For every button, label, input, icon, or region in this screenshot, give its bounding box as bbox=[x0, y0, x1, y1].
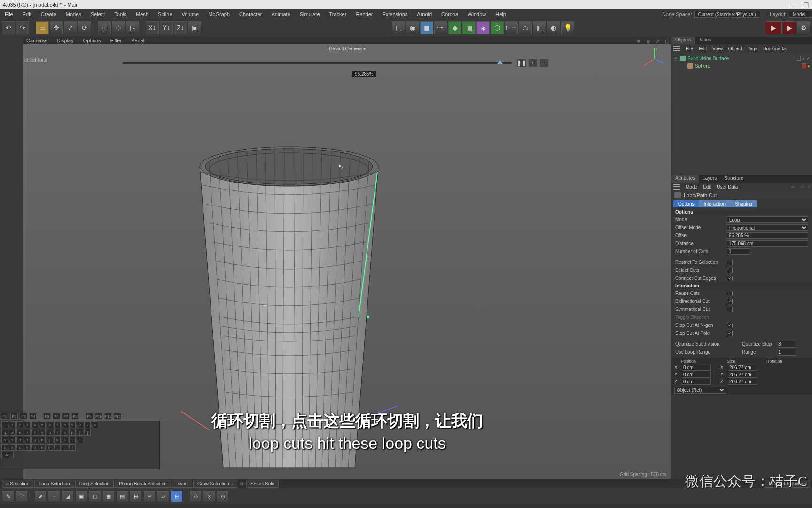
menu-select[interactable]: Select bbox=[86, 9, 110, 19]
minimize-button[interactable]: ─ bbox=[790, 1, 795, 8]
size-x[interactable] bbox=[728, 365, 757, 371]
cuts-input[interactable] bbox=[727, 248, 750, 255]
tab-layers[interactable]: Layers bbox=[699, 175, 720, 183]
x-lock[interactable]: X↕ bbox=[146, 21, 159, 34]
vp-zoom-icon[interactable]: ⊕ bbox=[645, 38, 651, 44]
move-tool[interactable]: ✥ bbox=[50, 21, 63, 34]
menu-volume[interactable]: Volume bbox=[177, 9, 204, 19]
vp-panel[interactable]: Panel bbox=[129, 38, 146, 43]
obj-menu-edit[interactable]: Edit bbox=[699, 46, 707, 51]
sel-btn-1[interactable]: Loop Selection bbox=[34, 480, 74, 488]
offset-input[interactable] bbox=[727, 232, 808, 239]
collapse-icon[interactable]: ⊙ bbox=[217, 490, 229, 502]
object-tree[interactable]: ⊟ Subdivision Surface ✓✓ Sphere ● bbox=[671, 53, 812, 175]
generator-icon[interactable]: ◆ bbox=[448, 21, 461, 34]
selectcuts-checkbox[interactable] bbox=[727, 268, 733, 273]
extrude-icon[interactable]: ⬈ bbox=[34, 490, 47, 502]
light-icon[interactable]: 💡 bbox=[561, 21, 574, 34]
field-icon[interactable]: ⬡ bbox=[491, 21, 504, 34]
coord-system[interactable]: ▣ bbox=[188, 21, 201, 34]
env-icon[interactable]: ◐ bbox=[547, 21, 560, 34]
menu-spline[interactable]: Spline bbox=[153, 9, 177, 19]
sel-btn-0[interactable]: e Selection bbox=[2, 480, 33, 488]
menu-edit[interactable]: Edit bbox=[18, 9, 36, 19]
sel-btn-4[interactable]: Invert bbox=[172, 480, 192, 488]
vp-display[interactable]: Display bbox=[55, 38, 76, 43]
restrict-checkbox[interactable] bbox=[727, 260, 733, 265]
close-poly-icon[interactable]: ▣ bbox=[75, 490, 87, 502]
attr-menu-mode[interactable]: Mode bbox=[686, 184, 697, 190]
menu-mograph[interactable]: MoGraph bbox=[203, 9, 234, 19]
iron-icon[interactable]: ▱ bbox=[157, 490, 169, 502]
vp-cameras[interactable]: Cameras bbox=[24, 38, 49, 43]
reuse-checkbox[interactable] bbox=[727, 291, 733, 296]
sel-btn-3[interactable]: Phong Break Selection bbox=[115, 480, 171, 488]
mode-select[interactable]: Loop bbox=[727, 216, 808, 223]
attr-hamburger-icon[interactable] bbox=[673, 184, 680, 190]
vp-maximize-icon[interactable]: ▢ bbox=[664, 38, 670, 44]
slider-plus[interactable]: + bbox=[528, 59, 538, 67]
render-settings[interactable]: ⚙ bbox=[797, 21, 810, 34]
obj-menu-file[interactable]: File bbox=[686, 46, 693, 51]
menu-modes[interactable]: Modes bbox=[61, 9, 86, 19]
range-input[interactable] bbox=[778, 349, 796, 356]
dissolve-icon[interactable]: ⊘ bbox=[203, 490, 215, 502]
attr-back-icon[interactable]: ← bbox=[790, 183, 796, 190]
tag-icon[interactable]: ⬭ bbox=[519, 21, 532, 34]
attr-fwd-icon[interactable]: → bbox=[799, 183, 804, 190]
coord-mode-select[interactable]: Object (Rel) bbox=[674, 387, 726, 394]
obj-menu-tags[interactable]: Tags bbox=[748, 46, 757, 51]
menu-file[interactable]: File bbox=[0, 9, 18, 19]
slider-minus[interactable]: − bbox=[539, 59, 549, 67]
sel-btn-5[interactable]: Grow Selection... bbox=[193, 480, 237, 488]
nodespace-dropdown[interactable]: Current (Standard/Physical) bbox=[694, 11, 760, 18]
maximize-button[interactable]: ☐ bbox=[803, 1, 809, 8]
menu-mesh[interactable]: Mesh bbox=[131, 9, 153, 19]
attr-menu-userdata[interactable]: User Data bbox=[717, 184, 738, 190]
layout-dropdown[interactable]: Model bbox=[789, 11, 812, 18]
axis-gizmo[interactable]: Y X Z bbox=[643, 47, 666, 71]
size-y[interactable] bbox=[728, 372, 757, 378]
vp-options[interactable]: Options bbox=[81, 38, 103, 43]
floor-icon[interactable]: ▦ bbox=[533, 21, 546, 34]
poly-pen-icon[interactable]: ▢ bbox=[89, 490, 101, 502]
opttab-shaping[interactable]: Shaping bbox=[730, 200, 757, 207]
menu-arnold[interactable]: Arnold bbox=[412, 9, 437, 19]
rotate-tool[interactable]: ⟳ bbox=[78, 21, 91, 34]
cloner-icon[interactable]: ▦ bbox=[462, 21, 476, 34]
bridge-icon[interactable]: ⌢ bbox=[48, 490, 60, 502]
redo-button[interactable]: ↷ bbox=[16, 21, 29, 34]
distance-input[interactable] bbox=[727, 240, 808, 247]
connect-checkbox[interactable] bbox=[727, 276, 733, 281]
align-icon[interactable]: ⇔ bbox=[189, 490, 202, 502]
menu-tools[interactable]: Tools bbox=[109, 9, 131, 19]
bevel-icon[interactable]: ◢ bbox=[62, 490, 74, 502]
sym-checkbox[interactable] bbox=[727, 307, 733, 312]
vp-filter[interactable]: Filter bbox=[109, 38, 124, 43]
y-lock[interactable]: Y↕ bbox=[160, 21, 173, 34]
weld-icon[interactable]: ⊞ bbox=[130, 490, 142, 502]
pos-y[interactable] bbox=[682, 372, 711, 378]
quantstep-input[interactable] bbox=[778, 341, 796, 348]
obj-menu-bookmarks[interactable]: Bookmarks bbox=[763, 46, 787, 51]
attr-up-icon[interactable]: ↑ bbox=[807, 183, 810, 190]
pos-z[interactable] bbox=[682, 379, 711, 385]
axis-tool[interactable]: ⊹ bbox=[112, 21, 125, 34]
matrix-icon[interactable]: ▤ bbox=[116, 490, 128, 502]
opttab-interaction[interactable]: Interaction bbox=[699, 200, 730, 207]
tab-structure[interactable]: Structure bbox=[720, 175, 747, 183]
menu-extensions[interactable]: Extensions bbox=[377, 9, 412, 19]
tab-takes[interactable]: Takes bbox=[695, 37, 715, 44]
render-button[interactable]: ▶ bbox=[765, 21, 782, 34]
menu-window[interactable]: Window bbox=[463, 9, 491, 19]
deformer-icon[interactable]: ◈ bbox=[476, 21, 490, 34]
smooth-icon[interactable]: 〰 bbox=[16, 490, 28, 502]
menu-help[interactable]: Help bbox=[491, 9, 511, 19]
menu-simulate[interactable]: Simulate bbox=[295, 9, 325, 19]
tree-item-sphere[interactable]: Sphere ● bbox=[673, 62, 810, 70]
stopngon-checkbox[interactable] bbox=[727, 323, 733, 328]
cube-primitive[interactable]: ◼ bbox=[420, 21, 433, 34]
knife-icon[interactable]: ✂ bbox=[143, 490, 156, 502]
menu-character[interactable]: Character bbox=[234, 9, 266, 19]
undo-button[interactable]: ↶ bbox=[2, 21, 15, 34]
